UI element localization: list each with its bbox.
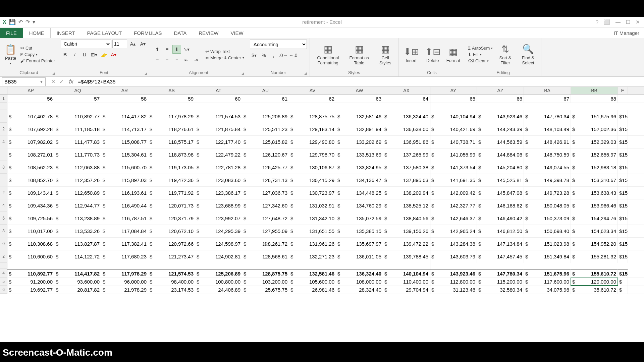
user-label[interactable]: IT Manager: [609, 28, 644, 38]
help-icon[interactable]: ?: [596, 19, 598, 25]
cell[interactable]: 61: [242, 95, 289, 103]
cell[interactable]: $124,902.81: [195, 250, 242, 263]
cell[interactable]: $131,342.10: [289, 212, 336, 225]
cell[interactable]: $34,075.96: [524, 286, 571, 294]
cell[interactable]: $154,294.76: [571, 212, 618, 225]
tab-view[interactable]: VIEW: [224, 28, 249, 38]
cell[interactable]: $133,202.69: [336, 136, 383, 148]
cell[interactable]: $132,581.46: [336, 110, 383, 123]
cell[interactable]: $109,143.41: [7, 187, 54, 199]
cell[interactable]: $115,200.00: [477, 278, 524, 286]
cell[interactable]: $138,525.12: [383, 199, 430, 212]
tab-insert[interactable]: INSERT: [51, 28, 81, 38]
tab-review[interactable]: REVIEW: [193, 28, 224, 38]
cell[interactable]: $23,174.53: [148, 286, 195, 294]
redo-icon[interactable]: ↷: [25, 19, 30, 25]
cell[interactable]: $148,750.59: [524, 148, 571, 161]
tab-file[interactable]: FILE: [0, 28, 23, 38]
align-top-button[interactable]: ⬆: [153, 45, 162, 54]
cell[interactable]: 66: [477, 95, 524, 103]
cell[interactable]: $147,780.34: [524, 110, 571, 123]
orientation-button[interactable]: ⤡▾: [182, 45, 191, 54]
merge-center-button[interactable]: ⇔Merge & Center▾: [205, 55, 244, 60]
cell[interactable]: $131,961.26: [289, 238, 336, 250]
cell[interactable]: $140,104.94: [430, 110, 477, 123]
decrease-indent-button[interactable]: ⇤: [182, 56, 191, 64]
cell[interactable]: 63: [336, 95, 383, 103]
cell[interactable]: $136,951.86: [383, 136, 430, 148]
cell[interactable]: $91,200.00: [7, 278, 54, 286]
cell[interactable]: $112,944.77: [54, 199, 101, 212]
cell[interactable]: $130,106.87: [289, 161, 336, 174]
fill-color-button[interactable]: ◢▾: [100, 50, 108, 59]
cell[interactable]: $116,193.61: [101, 187, 148, 199]
autosum-button[interactable]: ΣAutoSum▾: [468, 46, 493, 51]
alignment-dialog-icon[interactable]: ◢: [241, 71, 244, 75]
cell[interactable]: $105,600.00: [289, 278, 336, 286]
align-middle-button[interactable]: ≡: [163, 45, 171, 54]
decrease-font-icon[interactable]: A▾: [139, 40, 147, 48]
cell[interactable]: $121,273.47: [148, 250, 195, 263]
fx-icon[interactable]: fx: [69, 79, 76, 85]
undo-icon[interactable]: ↶: [18, 19, 23, 25]
cell[interactable]: $145,525.81: [477, 174, 524, 186]
cell[interactable]: $147,457.45: [477, 250, 524, 263]
cell[interactable]: $19,692.77: [7, 286, 54, 294]
tab-page-layout[interactable]: PAGE LAYOUT: [81, 28, 128, 38]
cell[interactable]: $150,373.09: [524, 212, 571, 225]
cell[interactable]: $153,966.46: [571, 199, 618, 212]
cell[interactable]: $111,185.18: [54, 123, 101, 135]
cell[interactable]: $133,513.69: [336, 148, 383, 161]
minimize-icon[interactable]: —: [615, 19, 621, 25]
cell[interactable]: $96,000.00: [101, 278, 148, 286]
cell[interactable]: $132,581.46: [289, 269, 336, 278]
cell[interactable]: $110,892.77: [54, 110, 101, 123]
wrap-text-button[interactable]: ↩Wrap Text: [205, 49, 244, 54]
font-name-select[interactable]: Calibri: [61, 40, 111, 48]
cell[interactable]: $103,200.00: [242, 278, 289, 286]
cell[interactable]: $122,479.22: [195, 148, 242, 161]
column-header-AS[interactable]: AS: [148, 87, 195, 94]
tab-formulas[interactable]: FORMULAS: [128, 28, 168, 38]
cell[interactable]: $141,691.35: [430, 174, 477, 186]
cell[interactable]: $110,017.00: [7, 225, 54, 237]
cell[interactable]: $143,923.46: [477, 110, 524, 123]
cell[interactable]: $112,357.26: [54, 174, 101, 186]
cell[interactable]: $109,725.56: [7, 212, 54, 225]
cell[interactable]: $143,284.38: [430, 238, 477, 250]
cell[interactable]: $131,032.91: [289, 199, 336, 212]
cell[interactable]: $20,817.82: [54, 286, 101, 294]
cell[interactable]: $114,417.82: [101, 110, 148, 123]
align-bottom-button[interactable]: ⬇: [172, 45, 181, 54]
cell[interactable]: $110,308.68: [7, 238, 54, 250]
cell[interactable]: $125,815.82: [242, 136, 289, 148]
cell[interactable]: $123,386.17: [195, 187, 242, 199]
cell[interactable]: $112,800.00: [430, 278, 477, 286]
cell[interactable]: $143,603.79: [430, 250, 477, 263]
cell[interactable]: $148,426.91: [524, 136, 571, 148]
column-header-AT[interactable]: AT: [195, 87, 242, 94]
cell[interactable]: $118,276.61: [148, 123, 195, 135]
cell[interactable]: $29,704.94: [383, 286, 430, 294]
cell[interactable]: $116,490.44: [101, 199, 148, 212]
cell[interactable]: $150,698.40: [524, 225, 571, 237]
cell[interactable]: $152,655.97: [571, 148, 618, 161]
cell[interactable]: $123,992.07: [195, 212, 242, 225]
cell[interactable]: $136,638.00: [383, 123, 430, 135]
cell[interactable]: $109,434.36: [7, 199, 54, 212]
column-header-AV[interactable]: AV: [289, 87, 336, 94]
fill-button[interactable]: ⬇Fill▾: [468, 52, 493, 57]
cell[interactable]: $155,281.32: [571, 250, 618, 263]
cell[interactable]: $115,897.03: [101, 174, 148, 186]
cell[interactable]: $145,204.80: [477, 161, 524, 174]
cell[interactable]: $118,873.98: [148, 148, 195, 161]
cell[interactable]: $126,120.67: [242, 148, 289, 161]
cell[interactable]: $129,490.80: [289, 136, 336, 148]
cell[interactable]: $127,342.60: [242, 199, 289, 212]
cell[interactable]: $140,738.71: [430, 136, 477, 148]
cell[interactable]: $120,371.79: [148, 212, 195, 225]
cell[interactable]: $152,983.18: [571, 161, 618, 174]
cell[interactable]: $139,472.22: [383, 238, 430, 250]
cell[interactable]: $115,600.70: [101, 161, 148, 174]
delete-cells-button[interactable]: ⬆⊟Delete: [423, 45, 442, 64]
